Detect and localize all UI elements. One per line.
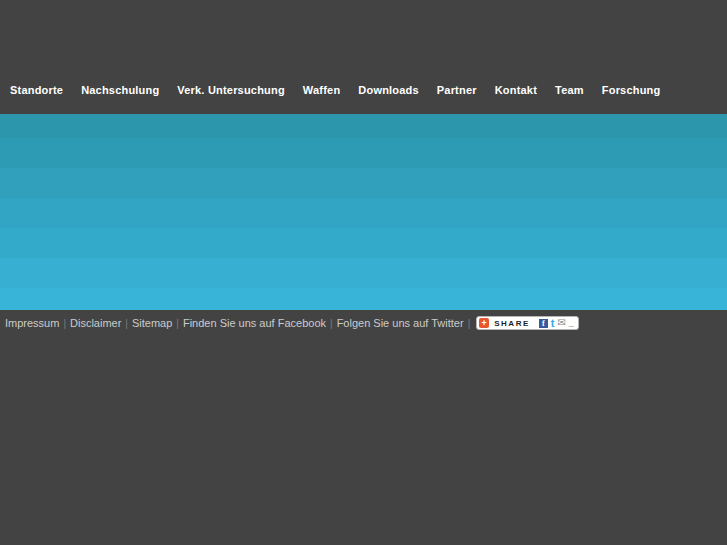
footer-link-disclaimer[interactable]: Disclaimer <box>70 317 121 329</box>
footer-link-facebook[interactable]: Finden Sie uns auf Facebook <box>183 317 326 329</box>
nav-item-verk-untersuchung[interactable]: Verk. Untersuchung <box>177 84 285 96</box>
banner-band <box>0 288 727 310</box>
email-icon[interactable]: ✉ <box>557 318 565 328</box>
nav-item-team[interactable]: Team <box>555 84 584 96</box>
banner-band <box>0 198 727 228</box>
banner-band <box>0 228 727 258</box>
share-button-label: SHARE <box>494 319 530 328</box>
addthis-plus-icon: + <box>479 318 489 328</box>
twitter-icon[interactable]: t <box>551 319 555 328</box>
footer-bar: Impressum | Disclaimer | Sitemap | Finde… <box>5 315 727 331</box>
nav-item-downloads[interactable]: Downloads <box>358 84 418 96</box>
banner-band <box>0 114 727 138</box>
banner-band <box>0 258 727 288</box>
main-nav: Standorte Nachschulung Verk. Untersuchun… <box>10 84 660 96</box>
nav-item-nachschulung[interactable]: Nachschulung <box>81 84 159 96</box>
footer-link-sitemap[interactable]: Sitemap <box>132 317 172 329</box>
nav-item-partner[interactable]: Partner <box>437 84 477 96</box>
header-banner <box>0 114 727 310</box>
separator: | <box>468 318 471 329</box>
more-icon[interactable]: _ <box>569 320 574 326</box>
nav-item-standorte[interactable]: Standorte <box>10 84 63 96</box>
banner-band <box>0 168 727 198</box>
footer-link-twitter[interactable]: Folgen Sie uns auf Twitter <box>337 317 464 329</box>
nav-item-waffen[interactable]: Waffen <box>303 84 340 96</box>
addthis-share-button[interactable]: + SHARE f t ✉ _ <box>476 316 579 330</box>
separator: | <box>330 318 333 329</box>
separator: | <box>63 318 66 329</box>
facebook-icon[interactable]: f <box>539 319 548 328</box>
nav-item-kontakt[interactable]: Kontakt <box>495 84 537 96</box>
nav-item-forschung[interactable]: Forschung <box>602 84 661 96</box>
separator: | <box>125 318 128 329</box>
footer-link-impressum[interactable]: Impressum <box>5 317 59 329</box>
banner-band <box>0 138 727 168</box>
separator: | <box>176 318 179 329</box>
